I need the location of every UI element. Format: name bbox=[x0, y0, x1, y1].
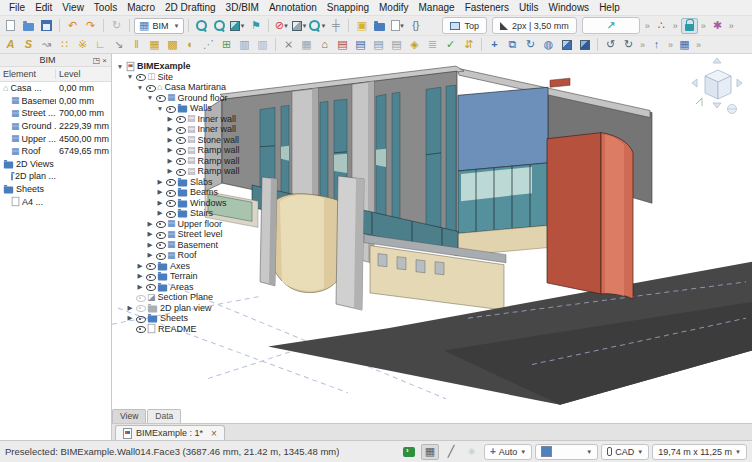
ifc-document-button[interactable]: ▤ bbox=[370, 37, 387, 53]
column-header-element[interactable]: Element bbox=[0, 69, 56, 79]
panel-row[interactable]: 2D plan ... bbox=[0, 170, 111, 183]
tree-item[interactable]: ▶▤Inner wall bbox=[116, 114, 286, 125]
tree-item[interactable]: ▶▦Roof bbox=[116, 250, 286, 261]
panel-row[interactable]: 2D Views bbox=[0, 158, 111, 171]
expander-icon[interactable]: ▶ bbox=[166, 115, 174, 123]
export-button[interactable]: ▼ bbox=[389, 18, 406, 34]
expander-icon[interactable]: ▶ bbox=[146, 220, 154, 228]
menu-file[interactable]: File bbox=[4, 1, 30, 14]
ifc-lock-button[interactable]: ▤ bbox=[388, 37, 405, 53]
panel-row[interactable]: Sheets bbox=[0, 183, 111, 196]
expander-icon[interactable]: ▶ bbox=[126, 314, 134, 322]
expander-icon[interactable]: ▼ bbox=[146, 94, 154, 101]
edit-nodes-button[interactable]: ※ bbox=[74, 37, 91, 53]
polar-array-button[interactable]: ▩ bbox=[164, 37, 181, 53]
tree-item[interactable]: ▶Slabs bbox=[116, 177, 286, 188]
expander-icon[interactable]: ▶ bbox=[146, 230, 154, 238]
tree-item[interactable]: ▼▦Ground floor bbox=[116, 93, 286, 104]
bezier-curve-button[interactable]: ↝ bbox=[38, 37, 55, 53]
redo-button[interactable]: ↷ bbox=[82, 18, 99, 34]
tree-item[interactable]: ▶Areas bbox=[116, 282, 286, 293]
snap-toggle-button[interactable]: ∗ bbox=[463, 444, 481, 460]
ifc-document-red-button[interactable]: ▤ bbox=[334, 37, 351, 53]
column-header-level[interactable]: Level bbox=[56, 69, 111, 79]
copy-tool-button[interactable]: ⧉ bbox=[504, 37, 521, 53]
zoom-all-button[interactable] bbox=[211, 18, 228, 34]
toolbar-overflow-chevron[interactable]: » bbox=[643, 21, 652, 31]
clipping-plane-button[interactable]: ⊘▼ bbox=[273, 18, 290, 34]
tree-item[interactable]: ◪Section Plane bbox=[116, 292, 286, 303]
view-turn-left-button[interactable]: ↺ bbox=[602, 37, 619, 53]
menu-fasteners[interactable]: Fasteners bbox=[460, 1, 514, 14]
panel-tool-button[interactable]: ⊞ bbox=[218, 37, 235, 53]
layers-manager-button[interactable]: ≣ bbox=[424, 37, 441, 53]
refresh-button[interactable]: ↻ bbox=[108, 18, 125, 34]
box-tool-2-button[interactable] bbox=[576, 37, 593, 53]
toolbar-overflow-chevron[interactable]: » bbox=[671, 21, 680, 31]
expander-icon[interactable]: ▼ bbox=[156, 105, 164, 112]
toolbar-overflow-chevron[interactable]: » bbox=[666, 40, 675, 50]
move-tool-button[interactable]: + bbox=[486, 37, 503, 53]
measure-button[interactable]: ╪ bbox=[327, 18, 344, 34]
line-width-style-button[interactable]: 2px | 3,50 mm bbox=[492, 17, 577, 34]
expander-icon[interactable]: ▼ bbox=[136, 84, 144, 91]
preflight-checks-button[interactable]: ✓ bbox=[442, 37, 459, 53]
tree-item[interactable]: ▶▤Stone wall bbox=[116, 135, 286, 146]
toolbar-overflow-chevron[interactable]: » bbox=[699, 21, 708, 31]
tree-item[interactable]: ▶▤Ramp wall bbox=[116, 166, 286, 177]
tree-item[interactable]: ▼◫Site bbox=[116, 72, 286, 83]
menu-annotation[interactable]: Annotation bbox=[264, 1, 322, 14]
tree-item[interactable]: ▼⌂Casa Martirana bbox=[116, 82, 286, 93]
hatch-sphere-button[interactable]: ◐ bbox=[182, 37, 199, 53]
menu-snapping[interactable]: Snapping bbox=[322, 1, 374, 14]
panel-row[interactable]: ▦Upper ...4500,00 mm bbox=[0, 132, 111, 145]
polyline-button[interactable]: ∟ bbox=[92, 37, 109, 53]
expander-icon[interactable]: ▶ bbox=[146, 251, 154, 259]
ifc-document-blue-button[interactable]: ▤ bbox=[352, 37, 369, 53]
expander-icon[interactable]: ▶ bbox=[166, 146, 174, 154]
rotate-3d-tool-button[interactable]: ◍ bbox=[540, 37, 557, 53]
tab-view[interactable]: View bbox=[112, 409, 146, 423]
panel-row[interactable]: ▦Basement0,00 mm bbox=[0, 95, 111, 108]
expander-icon[interactable]: ▼ bbox=[126, 73, 134, 80]
menu-windows[interactable]: Windows bbox=[544, 1, 595, 14]
panel-row[interactable]: ▦Ground ...2229,39 mm bbox=[0, 120, 111, 133]
tree-item[interactable]: ▶Axes bbox=[116, 261, 286, 272]
workbench-selector[interactable]: ▦BIM▼ bbox=[134, 18, 184, 34]
zoom-in-button[interactable] bbox=[193, 18, 210, 34]
line-color-selector[interactable]: ▼ bbox=[535, 444, 598, 460]
image-plane-button[interactable]: ▥ bbox=[236, 37, 253, 53]
expander-icon[interactable]: ▶ bbox=[166, 157, 174, 165]
menu-2d-drafting[interactable]: 2D Drafting bbox=[160, 1, 221, 14]
tab-data[interactable]: Data bbox=[147, 409, 181, 423]
expander-icon[interactable]: ▶ bbox=[156, 188, 164, 196]
expander-icon[interactable]: ▶ bbox=[136, 262, 144, 270]
menu-tools[interactable]: Tools bbox=[89, 1, 122, 14]
panel-row[interactable]: ⌂Casa ...0,00 mm bbox=[0, 82, 111, 95]
menu-view[interactable]: View bbox=[57, 1, 89, 14]
undo-button[interactable]: ↶ bbox=[64, 18, 81, 34]
stairs-tool-button[interactable]: ⋰ bbox=[200, 37, 217, 53]
document-tab[interactable]: BIMExample : 1* × bbox=[115, 425, 225, 440]
panel-row[interactable]: A4 ... bbox=[0, 195, 111, 208]
navigation-cube[interactable] bbox=[688, 56, 748, 118]
menu-help[interactable]: Help bbox=[594, 1, 625, 14]
file-new-button[interactable] bbox=[2, 18, 19, 34]
tree-item[interactable]: ▶Stairs bbox=[116, 208, 286, 219]
lock-toggle-button[interactable] bbox=[681, 18, 698, 34]
up-hierarchy-button[interactable]: ↑ bbox=[648, 37, 665, 53]
panel-close-icon[interactable]: × bbox=[101, 56, 108, 65]
working-plane-selector[interactable]: + Auto ▼ bbox=[484, 444, 532, 460]
ortho-array-button[interactable]: ▦ bbox=[146, 37, 163, 53]
expander-icon[interactable]: ▶ bbox=[146, 241, 154, 249]
grid-toggle-button[interactable]: ▦ bbox=[421, 444, 439, 460]
leader-line-button[interactable]: ↘ bbox=[110, 37, 127, 53]
views-panel-button[interactable]: ▦ bbox=[298, 37, 315, 53]
rotate-tool-button[interactable]: ↻ bbox=[522, 37, 539, 53]
panel-float-icon[interactable]: ◳ bbox=[92, 56, 102, 65]
expander-icon[interactable]: ▶ bbox=[166, 136, 174, 144]
tree-item[interactable]: ▶2D plan view bbox=[116, 303, 286, 314]
snap-grid-button[interactable]: ▦ bbox=[676, 37, 693, 53]
expander-icon[interactable]: ▶ bbox=[156, 209, 164, 217]
navigation-style-selector[interactable]: CAD ▼ bbox=[601, 444, 649, 460]
